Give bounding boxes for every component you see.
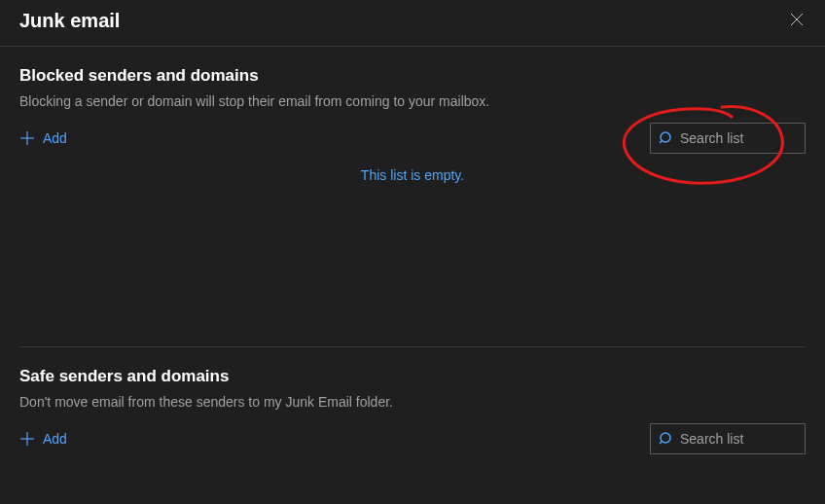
svg-line-9 xyxy=(660,442,663,445)
blocked-description: Blocking a sender or domain will stop th… xyxy=(19,93,806,109)
header: Junk email xyxy=(0,0,825,47)
safe-search-input[interactable] xyxy=(680,431,797,447)
close-icon xyxy=(790,13,804,30)
add-label: Add xyxy=(43,130,67,146)
spacer xyxy=(19,183,806,346)
blocked-senders-section: Blocked senders and domains Blocking a s… xyxy=(19,66,806,183)
safe-add-button[interactable]: Add xyxy=(19,431,67,447)
safe-heading: Safe senders and domains xyxy=(19,367,806,386)
page-title: Junk email xyxy=(19,10,120,32)
blocked-empty-message: This list is empty. xyxy=(19,167,806,183)
content: Blocked senders and domains Blocking a s… xyxy=(0,47,825,454)
blocked-search-input[interactable] xyxy=(680,130,797,146)
add-label: Add xyxy=(43,431,67,447)
plus-icon xyxy=(19,130,35,146)
safe-senders-section: Safe senders and domains Don't move emai… xyxy=(19,347,806,454)
safe-search-box[interactable] xyxy=(650,423,806,454)
search-icon xyxy=(659,130,674,146)
search-icon xyxy=(659,431,674,447)
safe-controls: Add xyxy=(19,423,806,454)
plus-icon xyxy=(19,431,35,447)
blocked-search-box[interactable] xyxy=(650,123,806,154)
blocked-controls: Add xyxy=(19,123,806,154)
safe-description: Don't move email from these senders to m… xyxy=(19,394,806,410)
blocked-heading: Blocked senders and domains xyxy=(19,66,806,86)
svg-line-5 xyxy=(660,141,663,144)
blocked-add-button[interactable]: Add xyxy=(19,130,67,146)
close-button[interactable] xyxy=(788,13,806,30)
